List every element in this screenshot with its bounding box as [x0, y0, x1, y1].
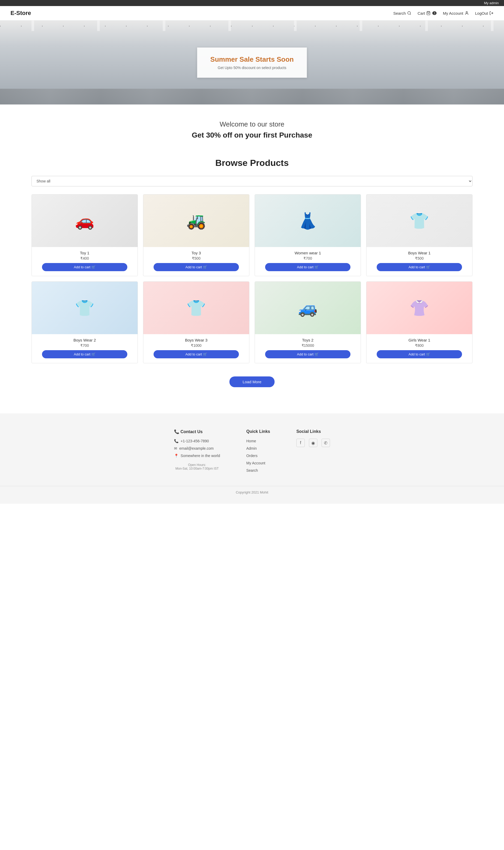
social-links-title: Social Links	[296, 429, 330, 434]
product-card-boys2: 👕 Boys Wear 2 ₹700 Add to cart 🛒	[32, 282, 138, 363]
product-name-toy2: Toys 2	[257, 338, 358, 342]
quick-link-orders[interactable]: Orders	[246, 454, 257, 458]
quick-link-my-account[interactable]: My Account	[246, 461, 265, 465]
browse-title: Browse Products	[32, 158, 472, 168]
product-emoji-women1: 👗	[255, 195, 361, 247]
product-price-boys3: ₹1000	[146, 343, 247, 347]
product-card-boys3: 👕 Boys Wear 3 ₹1000 Add to cart 🛒	[143, 282, 249, 363]
product-emoji-toy3: 🚜	[143, 195, 249, 247]
footer-content: 📞 Contact Us 📞 +1-123-456-7890 ✉ email@e…	[0, 429, 504, 486]
product-name-toy1: Toy 1	[34, 251, 135, 255]
contact-phone-item: 📞 +1-123-456-7890	[174, 439, 220, 443]
product-info-toy2: Toys 2 ₹15000 Add to cart 🛒	[255, 334, 361, 363]
logout-icon	[489, 11, 493, 15]
my-account-label: My Account	[443, 11, 463, 16]
product-emoji-toy2: 🚙	[255, 282, 361, 334]
product-info-toy1: Toy 1 ₹400 Add to cart 🛒	[32, 247, 138, 276]
cart-link[interactable]: Cart 3	[418, 11, 436, 16]
product-price-girls1: ₹800	[369, 343, 470, 347]
product-price-women1: ₹700	[257, 256, 358, 260]
product-image-boys1: 👕	[366, 195, 472, 247]
svg-point-0	[408, 12, 411, 15]
product-name-boys1: Boys Wear 1	[369, 251, 470, 255]
footer-contact: 📞 Contact Us 📞 +1-123-456-7890 ✉ email@e…	[174, 429, 220, 475]
footer-quick-links: Quick Links HomeAdminOrdersMy AccountSea…	[246, 429, 270, 475]
product-info-toy3: Toy 3 ₹500 Add to cart 🛒	[143, 247, 249, 276]
welcome-line1: Welcome to our store	[5, 120, 499, 128]
product-name-women1: Women wear 1	[257, 251, 358, 255]
search-link[interactable]: Search	[393, 11, 411, 16]
location-icon: 📍	[174, 454, 179, 458]
cart-label: Cart	[418, 11, 425, 16]
quick-links-title: Quick Links	[246, 429, 270, 434]
contact-address-item: 📍 Somewhere in the world	[174, 454, 220, 458]
product-name-toy3: Toy 3	[146, 251, 247, 255]
add-to-cart-boys2[interactable]: Add to cart 🛒	[42, 350, 128, 358]
search-label: Search	[393, 11, 406, 16]
product-price-boys1: ₹500	[369, 256, 470, 260]
logout-link[interactable]: LogOut	[475, 11, 493, 16]
load-more-button[interactable]: Load More	[230, 376, 274, 387]
welcome-section: Welcome to our store Get 30% off on your…	[0, 105, 504, 147]
contact-address: Somewhere in the world	[181, 454, 220, 458]
quick-links-list: HomeAdminOrdersMy AccountSearch	[246, 439, 270, 473]
product-card-toy2: 🚙 Toys 2 ₹15000 Add to cart 🛒	[255, 282, 361, 363]
product-image-boys2: 👕	[32, 282, 138, 334]
load-more-container: Load More	[32, 371, 472, 403]
hero-card: Summer Sale Starts Soon Get Upto 50% dis…	[197, 48, 307, 78]
footer: 📞 Contact Us 📞 +1-123-456-7890 ✉ email@e…	[0, 413, 504, 504]
product-price-toy2: ₹15000	[257, 343, 358, 347]
quick-link-search[interactable]: Search	[246, 468, 258, 472]
add-to-cart-toy1[interactable]: Add to cart 🛒	[42, 263, 128, 271]
hero-lights	[0, 20, 504, 31]
hero-subtitle: Get Upto 50% discount on select products	[210, 66, 294, 70]
navbar: E-Store Search Cart 3 My Account LogOut	[0, 6, 504, 20]
product-price-toy1: ₹400	[34, 256, 135, 260]
quick-link-item: Search	[246, 468, 270, 473]
logout-label: LogOut	[475, 11, 488, 16]
cart-icon	[426, 11, 431, 15]
instagram-icon[interactable]: ◉	[309, 439, 317, 447]
quick-link-item: Orders	[246, 453, 270, 458]
quick-link-item: Home	[246, 439, 270, 444]
add-to-cart-boys3[interactable]: Add to cart 🛒	[154, 350, 239, 358]
product-image-toy2: 🚙	[255, 282, 361, 334]
product-info-women1: Women wear 1 ₹700 Add to cart 🛒	[255, 247, 361, 276]
product-image-boys3: 👕	[143, 282, 249, 334]
contact-email: email@example.com	[179, 446, 214, 450]
quick-link-admin[interactable]: Admin	[246, 446, 257, 450]
add-to-cart-toy2[interactable]: Add to cart 🛒	[265, 350, 351, 358]
svg-line-1	[410, 14, 411, 15]
open-hours-value: Mon-Sat, 10:00am-7:00pm IST	[174, 467, 220, 470]
brand-logo[interactable]: E-Store	[11, 10, 31, 17]
hero-section: Summer Sale Starts Soon Get Upto 50% dis…	[0, 20, 504, 105]
product-price-toy3: ₹500	[146, 256, 247, 260]
contact-phone: +1-123-456-7890	[181, 439, 209, 443]
quick-link-item: My Account	[246, 461, 270, 466]
browse-section: Browse Products Show allToysWomen WearBo…	[0, 147, 504, 413]
open-hours: Open Hours: Mon-Sat, 10:00am-7:00pm IST	[174, 463, 220, 470]
product-name-boys3: Boys Wear 3	[146, 338, 247, 342]
my-account-link[interactable]: My Account	[443, 11, 469, 16]
product-card-toy3: 🚜 Toy 3 ₹500 Add to cart 🛒	[143, 194, 249, 276]
product-card-women1: 👗 Women wear 1 ₹700 Add to cart 🛒	[255, 194, 361, 276]
product-emoji-boys3: 👕	[143, 282, 249, 334]
category-filter[interactable]: Show allToysWomen WearBoys WearGirls Wea…	[32, 176, 472, 186]
product-emoji-boys1: 👕	[366, 195, 472, 247]
product-image-women1: 👗	[255, 195, 361, 247]
add-to-cart-boys1[interactable]: Add to cart 🛒	[377, 263, 462, 271]
facebook-icon[interactable]: f	[296, 439, 305, 447]
quick-link-item: Admin	[246, 446, 270, 451]
quick-link-home[interactable]: Home	[246, 439, 256, 443]
product-name-boys2: Boys Wear 2	[34, 338, 135, 342]
product-card-girls1: 👚 Girls Wear 1 ₹800 Add to cart 🛒	[366, 282, 472, 363]
add-to-cart-girls1[interactable]: Add to cart 🛒	[377, 350, 462, 358]
social-icons-container: f ◉ ✆	[296, 439, 330, 447]
add-to-cart-women1[interactable]: Add to cart 🛒	[265, 263, 351, 271]
whatsapp-icon[interactable]: ✆	[322, 439, 330, 447]
phone-icon: 📞	[174, 439, 179, 443]
product-info-boys1: Boys Wear 1 ₹500 Add to cart 🛒	[366, 247, 472, 276]
contact-title: 📞 Contact Us	[174, 429, 220, 434]
admin-bar: My admin	[0, 0, 504, 6]
add-to-cart-toy3[interactable]: Add to cart 🛒	[154, 263, 239, 271]
